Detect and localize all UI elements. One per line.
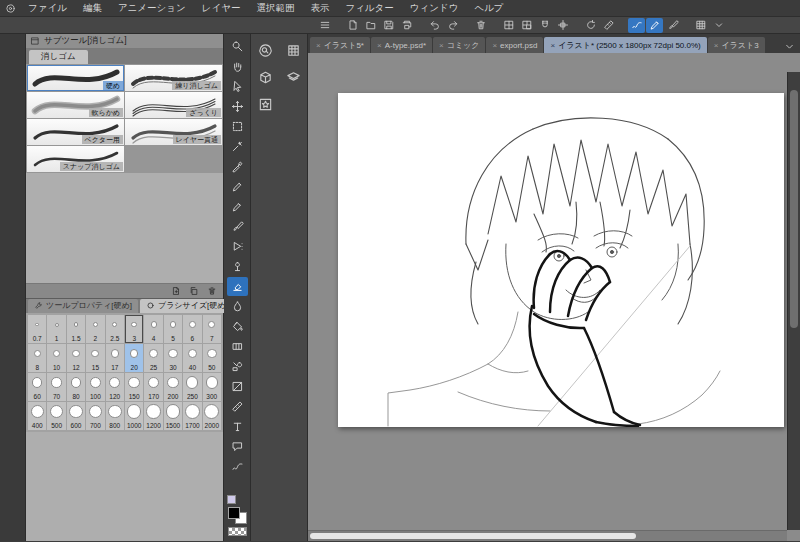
brush-size-30[interactable]: 30: [164, 344, 182, 372]
document-tab-2[interactable]: ×コミック: [433, 37, 485, 53]
brush-size-50[interactable]: 50: [203, 344, 221, 372]
tool-zigzag[interactable]: [227, 457, 248, 476]
brush-size-3[interactable]: 3: [125, 315, 143, 343]
close-tab-icon[interactable]: ×: [316, 41, 321, 50]
chevdown-button[interactable]: [710, 18, 727, 33]
brush-size-1200[interactable]: 1200: [144, 402, 162, 430]
brush-size-1[interactable]: 1: [47, 315, 65, 343]
close-tab-icon[interactable]: ×: [439, 41, 444, 50]
brush-size-15[interactable]: 15: [86, 344, 104, 372]
menu-item-5[interactable]: 表示: [302, 0, 337, 16]
tool-eraser[interactable]: [227, 277, 248, 296]
brush-size-5[interactable]: 5: [164, 315, 182, 343]
undo-button[interactable]: [426, 18, 443, 33]
tool-airbrush[interactable]: [227, 237, 248, 256]
menu-item-0[interactable]: ファイル: [20, 0, 75, 16]
close-tab-icon[interactable]: ×: [714, 41, 719, 50]
brush-size-200[interactable]: 200: [164, 373, 182, 401]
tool-cursorop[interactable]: [227, 77, 248, 96]
tool-fill[interactable]: [227, 317, 248, 336]
brush-size-800[interactable]: 800: [106, 402, 124, 430]
sub-color-swatch[interactable]: [227, 495, 236, 504]
tool-selectrect[interactable]: [227, 117, 248, 136]
subtool-item-5[interactable]: レイヤー貫通: [125, 119, 222, 145]
tool-handtool[interactable]: [227, 57, 248, 76]
brush-size-500[interactable]: 500: [47, 402, 65, 430]
main-color-swatch[interactable]: [228, 507, 240, 519]
tool-balloon[interactable]: [227, 437, 248, 456]
menu-button[interactable]: [316, 18, 333, 33]
brush-button[interactable]: [664, 18, 681, 33]
brush-size-4[interactable]: 4: [144, 315, 162, 343]
pen-button[interactable]: [646, 18, 663, 33]
checker-button[interactable]: [518, 18, 535, 33]
brush-size-12[interactable]: 12: [67, 344, 85, 372]
zigzag-button[interactable]: [628, 18, 645, 33]
grid-button[interactable]: [500, 18, 517, 33]
dock-cube[interactable]: [255, 67, 275, 87]
transparent-color-swatch[interactable]: [228, 527, 247, 536]
tool-eyedrop[interactable]: [227, 157, 248, 176]
newdoc-button[interactable]: [344, 18, 361, 33]
subtool-item-6[interactable]: スナップ消しゴム: [27, 146, 124, 172]
canvas[interactable]: [338, 93, 784, 427]
menu-item-1[interactable]: 編集: [75, 0, 110, 16]
subtool-item-3[interactable]: ざっくり: [125, 92, 222, 118]
brush-size-1500[interactable]: 1500: [164, 402, 182, 430]
menu-item-3[interactable]: レイヤー: [194, 0, 249, 16]
brush-size-60[interactable]: 60: [28, 373, 46, 401]
brush-size-17[interactable]: 17: [106, 344, 124, 372]
brush-size-1700[interactable]: 1700: [183, 402, 201, 430]
brush-size-600[interactable]: 600: [67, 402, 85, 430]
tool-pen[interactable]: [227, 177, 248, 196]
brush-size-700[interactable]: 700: [86, 402, 104, 430]
redo-button[interactable]: [444, 18, 461, 33]
tool-pencil[interactable]: [227, 197, 248, 216]
new-subtool-button[interactable]: [171, 286, 181, 296]
gridpanel-button[interactable]: [692, 18, 709, 33]
tool-rulertool[interactable]: [227, 397, 248, 416]
trash-button[interactable]: [472, 18, 489, 33]
brush-size-70[interactable]: 70: [47, 373, 65, 401]
rotate-button[interactable]: [582, 18, 599, 33]
brush-size-300[interactable]: 300: [203, 373, 221, 401]
tool-brush[interactable]: [227, 217, 248, 236]
tool-movecross[interactable]: [227, 97, 248, 116]
save-button[interactable]: [380, 18, 397, 33]
brush-size-1000[interactable]: 1000: [125, 402, 143, 430]
menu-item-8[interactable]: ヘルプ: [466, 0, 511, 16]
delete-subtool-button[interactable]: [207, 286, 217, 296]
document-tab-5[interactable]: ×イラスト3: [708, 37, 765, 53]
dock-navzoom[interactable]: [255, 40, 275, 60]
close-tab-icon[interactable]: ×: [550, 41, 555, 50]
document-tab-3[interactable]: ×export.psd: [486, 37, 543, 53]
brush-size-100[interactable]: 100: [86, 373, 104, 401]
brush-size-400[interactable]: 400: [28, 402, 46, 430]
brush-size-120[interactable]: 120: [106, 373, 124, 401]
brush-size-150[interactable]: 150: [125, 373, 143, 401]
brush-size-2000[interactable]: 2000: [203, 402, 221, 430]
tool-blend[interactable]: [227, 297, 248, 316]
crosshair-button[interactable]: [554, 18, 571, 33]
brush-size-1_5[interactable]: 1.5: [67, 315, 85, 343]
brush-size-40[interactable]: 40: [183, 344, 201, 372]
document-tab-4[interactable]: ×イラスト* (2500 x 1800px 72dpi 50.0%): [544, 37, 706, 53]
menu-item-4[interactable]: 選択範囲: [248, 0, 302, 16]
ruler2-button[interactable]: [600, 18, 617, 33]
horizontal-scrollbar-thumb[interactable]: [310, 533, 636, 539]
vertical-scrollbar[interactable]: [787, 72, 800, 530]
subtool-item-0[interactable]: 硬め: [27, 65, 124, 91]
tool-gradient[interactable]: [227, 337, 248, 356]
dock-starbox[interactable]: [255, 94, 275, 114]
document-tab-1[interactable]: ×A-type.psd*: [371, 37, 432, 53]
tab-eraser[interactable]: 消しゴム: [29, 50, 88, 64]
tool-wand[interactable]: [227, 137, 248, 156]
menu-item-6[interactable]: フィルター: [337, 0, 401, 16]
brush-size-80[interactable]: 80: [67, 373, 85, 401]
brush-size-25[interactable]: 25: [144, 344, 162, 372]
tool-zoomtool[interactable]: [227, 37, 248, 56]
menu-item-7[interactable]: ウィンドウ: [402, 0, 467, 16]
subtool-item-2[interactable]: 軟らかめ: [27, 92, 124, 118]
brush-size-6[interactable]: 6: [183, 315, 201, 343]
menu-item-2[interactable]: アニメーション: [110, 0, 194, 16]
